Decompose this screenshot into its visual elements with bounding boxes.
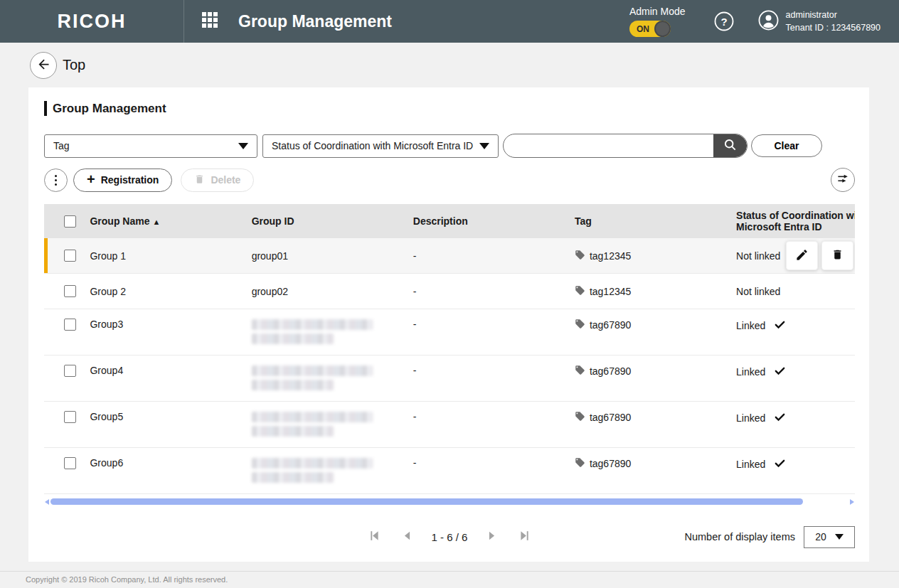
back-button[interactable] <box>30 52 57 79</box>
footer: Copyright © 2019 Ricoh Company, Ltd. All… <box>0 571 899 588</box>
main-card: Group Management Tag Status of Coordinat… <box>28 87 869 562</box>
table-body: Group 1 group01 - tag12345 Not linked Gr… <box>44 238 855 494</box>
select-all-checkbox[interactable] <box>64 215 76 228</box>
delete-button[interactable]: Delete <box>181 169 254 192</box>
column-header-group-id[interactable]: Group ID <box>252 215 413 227</box>
table-row[interactable]: Group4 - tag67890 Linked <box>44 356 855 402</box>
filter-row: Tag Status of Coordination with Microsof… <box>44 134 855 158</box>
header-checkbox-cell <box>44 215 90 228</box>
cell-status: Linked <box>736 319 855 333</box>
app-launcher-button[interactable] <box>201 13 218 30</box>
cell-group-id <box>252 365 413 390</box>
column-settings-button[interactable] <box>831 168 855 192</box>
display-items-value: 20 <box>815 531 826 542</box>
cell-tag: tag67890 <box>575 319 736 331</box>
search-icon <box>723 137 738 154</box>
clear-button[interactable]: Clear <box>751 134 822 157</box>
registration-button[interactable]: + Registration <box>73 169 172 192</box>
app-header: RICOH Group Management Admin Mode ON ? <box>0 0 899 43</box>
cell-tag: tag12345 <box>575 285 736 298</box>
redacted-block <box>252 333 334 344</box>
last-page-button[interactable] <box>516 528 533 546</box>
row-checkbox[interactable] <box>64 319 76 331</box>
row-checkbox-cell <box>44 250 90 262</box>
app-title: Group Management <box>238 12 392 31</box>
scroll-right-icon[interactable] <box>850 499 854 505</box>
status-filter-dropdown[interactable]: Status of Coordination with Microsoft En… <box>262 134 499 158</box>
help-button[interactable]: ? <box>714 11 734 31</box>
table-row[interactable]: Group 1 group01 - tag12345 Not linked <box>44 238 855 274</box>
svg-text:?: ? <box>720 16 727 28</box>
pagination-next-icon <box>486 530 498 544</box>
scrollbar-thumb[interactable] <box>50 498 803 505</box>
pagination-first-icon <box>368 529 381 545</box>
tag-icon <box>575 457 585 470</box>
search-box <box>503 134 748 158</box>
display-items-select[interactable]: 20 <box>804 526 855 548</box>
row-checkbox[interactable] <box>64 457 76 469</box>
redacted-block <box>252 412 373 422</box>
table-row[interactable]: Group 2 group02 - tag12345 Not linked <box>44 274 855 309</box>
cell-group-id <box>252 411 413 437</box>
admin-mode-label: Admin Mode <box>629 6 686 17</box>
table-row[interactable]: Group3 - tag67890 Linked <box>44 309 855 356</box>
edit-icon <box>795 248 809 264</box>
cell-tag: tag12345 <box>575 250 736 262</box>
column-settings-icon <box>836 172 850 188</box>
column-header-group-name[interactable]: Group Name▲ <box>90 215 251 227</box>
edit-row-button[interactable] <box>786 241 818 270</box>
check-icon <box>774 319 786 333</box>
delete-label: Delete <box>211 174 240 186</box>
row-checkbox-cell <box>44 365 90 377</box>
cell-tag: tag67890 <box>575 457 736 470</box>
cell-group-id: group02 <box>252 286 413 297</box>
section-title: Group Management <box>44 87 855 116</box>
column-header-tag[interactable]: Tag <box>575 215 736 227</box>
admin-mode-toggle[interactable]: ON <box>629 21 671 37</box>
tag-filter-value: Tag <box>53 140 70 151</box>
cell-group-name: Group5 <box>90 411 251 422</box>
tag-filter-dropdown[interactable]: Tag <box>44 134 257 158</box>
tenant-id: Tenant ID : 1234567890 <box>786 21 881 34</box>
table-row[interactable]: Group6 - tag67890 Linked <box>44 448 855 494</box>
more-actions-button[interactable] <box>44 169 68 192</box>
pagination-last-icon <box>518 529 531 545</box>
row-checkbox-cell <box>44 319 90 331</box>
user-icon <box>758 10 779 33</box>
row-checkbox[interactable] <box>64 285 76 297</box>
cell-group-name: Group4 <box>90 365 251 376</box>
cell-tag: tag67890 <box>575 365 736 378</box>
first-page-button[interactable] <box>366 528 383 546</box>
back-label: Top <box>63 57 85 73</box>
user-block[interactable]: administrator Tenant ID : 1234567890 <box>758 9 881 34</box>
pagination: 1 - 6 / 6 Number of display items 20 <box>44 525 855 549</box>
row-checkbox[interactable] <box>64 411 76 423</box>
column-header-status[interactable]: Status of Coordination with Microsoft En… <box>736 210 855 232</box>
cell-group-name: Group3 <box>90 319 251 330</box>
row-checkbox-cell <box>44 411 90 423</box>
tag-icon <box>575 411 585 424</box>
next-page-button[interactable] <box>484 528 499 545</box>
redacted-block <box>252 458 373 469</box>
cell-group-id <box>252 457 413 483</box>
column-header-description[interactable]: Description <box>413 215 575 227</box>
check-icon <box>774 457 786 471</box>
row-checkbox[interactable] <box>64 250 76 262</box>
horizontal-scrollbar[interactable] <box>44 498 855 506</box>
prev-page-button[interactable] <box>400 528 415 545</box>
kebab-icon <box>55 175 57 186</box>
table-row[interactable]: Group5 - tag67890 Linked <box>44 402 855 448</box>
cell-group-id <box>252 319 413 344</box>
search-input[interactable] <box>504 134 713 157</box>
delete-row-button[interactable] <box>821 241 853 270</box>
user-name: administrator <box>786 9 881 21</box>
search-button[interactable] <box>713 134 747 157</box>
cell-status: Not linked <box>736 286 855 297</box>
toggle-knob <box>654 21 671 37</box>
admin-mode-state: ON <box>637 24 649 34</box>
trash-icon <box>831 248 844 263</box>
row-checkbox[interactable] <box>64 365 76 377</box>
scroll-left-icon[interactable] <box>45 499 49 505</box>
breadcrumb: Top <box>0 43 899 87</box>
title-accent-bar <box>44 101 47 116</box>
